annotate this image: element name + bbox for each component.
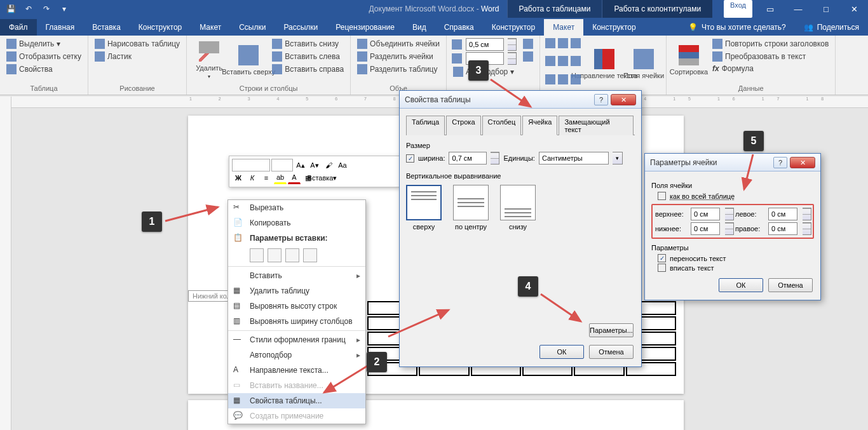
align-mr-icon[interactable]: [571, 56, 581, 66]
select-button[interactable]: Выделить ▾: [5, 38, 83, 50]
align-icon[interactable]: ≡: [260, 171, 273, 184]
grow-font-icon[interactable]: A▴: [294, 159, 307, 171]
tab-file[interactable]: Файл: [0, 19, 37, 36]
tab-review[interactable]: Рецензирование: [327, 19, 403, 36]
cancel-button[interactable]: Отмена: [768, 278, 813, 292]
dialog-titlebar[interactable]: Параметры ячейки ? ✕: [645, 154, 820, 171]
save-icon[interactable]: 💾: [5, 3, 17, 15]
tab-references[interactable]: Ссылки: [230, 19, 275, 36]
delete-button[interactable]: Удалить▾: [192, 38, 226, 83]
ctx-copy[interactable]: 📄Копировать: [228, 215, 365, 231]
vertical-ruler[interactable]: [0, 97, 11, 430]
dlg-tab-column[interactable]: Столбец: [482, 116, 522, 135]
spinner[interactable]: [725, 222, 734, 235]
convert-text-button[interactable]: Преобразовать в текст: [711, 51, 830, 62]
bottom-margin-input[interactable]: 0 см: [691, 222, 720, 235]
align-bl-icon[interactable]: [545, 74, 555, 84]
tab-insert[interactable]: Вставка: [83, 19, 130, 36]
align-tr-icon[interactable]: [571, 38, 581, 48]
paste-keep-formatting[interactable]: [250, 248, 264, 262]
font-size-combo[interactable]: [271, 159, 293, 171]
width-checkbox[interactable]: [406, 154, 414, 163]
help-button[interactable]: ?: [594, 94, 608, 105]
shrink-font-icon[interactable]: A▾: [308, 159, 321, 171]
tell-me-search[interactable]: 💡Что вы хотите сделать?: [679, 19, 795, 36]
dlg-tab-table[interactable]: Таблица: [406, 116, 445, 135]
share-button[interactable]: 👥Поделиться: [795, 19, 868, 36]
fit-text-checkbox[interactable]: [658, 264, 666, 272]
sort-button[interactable]: Сортировка: [672, 38, 706, 83]
login-button[interactable]: Вход: [724, 0, 752, 18]
close-icon[interactable]: ✕: [840, 0, 868, 18]
insert-menu[interactable]: Вставка ▾: [316, 171, 329, 184]
distribute-cols-button[interactable]: [522, 51, 534, 62]
redo-icon[interactable]: ↷: [41, 3, 52, 15]
tab-help[interactable]: Справка: [435, 19, 483, 36]
draw-table-button[interactable]: Нарисовать таблицу: [93, 38, 181, 50]
tab-mailings[interactable]: Рассылки: [275, 19, 327, 36]
properties-button[interactable]: Свойства: [5, 64, 83, 75]
split-cells-button[interactable]: Разделить ячейки: [356, 51, 441, 62]
text-direction-button[interactable]: Направление текста: [587, 38, 621, 91]
ctx-delete-table[interactable]: ▦Удалить таблицу: [228, 283, 365, 299]
valign-top[interactable]: сверху: [406, 185, 442, 231]
tab-header-design[interactable]: Конструктор: [583, 19, 644, 36]
right-margin-input[interactable]: 0 см: [768, 222, 797, 235]
paste-picture[interactable]: [285, 248, 299, 262]
eraser-button[interactable]: Ластик: [93, 51, 181, 62]
valign-center[interactable]: по центру: [453, 185, 489, 231]
align-tc-icon[interactable]: [558, 38, 568, 48]
insert-below-button[interactable]: Вставить снизу: [271, 38, 345, 50]
repeat-header-button[interactable]: Повторить строки заголовков: [711, 38, 830, 50]
cell-margins-button[interactable]: Поля ячейки: [627, 38, 661, 91]
spinner[interactable]: [803, 222, 811, 235]
italic-icon[interactable]: К: [246, 171, 259, 184]
tab-table-design[interactable]: Конструктор: [483, 19, 544, 36]
align-ml-icon[interactable]: [545, 56, 555, 66]
dlg-tab-cell[interactable]: Ячейка: [522, 116, 557, 135]
font-family-combo[interactable]: [232, 159, 270, 171]
format-painter-icon[interactable]: 🖌: [322, 159, 335, 171]
tab-table-layout[interactable]: Макет: [544, 19, 583, 36]
styles-icon[interactable]: Aa: [336, 159, 349, 171]
dropdown-icon[interactable]: ▾: [613, 152, 623, 165]
font-color-icon[interactable]: A: [288, 171, 301, 184]
dlg-tab-alt-text[interactable]: Замещающий текст: [559, 116, 634, 135]
tab-home[interactable]: Главная: [37, 19, 84, 36]
top-margin-input[interactable]: 0 см: [691, 208, 720, 220]
paste-text-only[interactable]: [303, 248, 317, 262]
insert-left-button[interactable]: Вставить слева: [271, 51, 345, 62]
ctx-cut[interactable]: ✂Вырезать: [228, 200, 365, 215]
undo-icon[interactable]: ↶: [23, 3, 34, 15]
paste-merge[interactable]: [268, 248, 281, 262]
options-button[interactable]: Параметры...: [589, 323, 634, 337]
ctx-text-direction[interactable]: AНаправление текста...: [228, 363, 365, 378]
insert-right-button[interactable]: Вставить справа: [271, 64, 345, 75]
spinner[interactable]: [803, 208, 811, 220]
distribute-rows-button[interactable]: [522, 38, 534, 50]
dialog-titlebar[interactable]: Свойства таблицы ? ✕: [400, 91, 641, 109]
tab-view[interactable]: Вид: [403, 19, 435, 36]
formula-button[interactable]: fx Формула: [711, 64, 830, 74]
minimize-icon[interactable]: —: [784, 0, 812, 18]
align-mc-icon[interactable]: [558, 56, 568, 66]
height-spinner[interactable]: [508, 38, 517, 51]
ctx-autofit[interactable]: Автоподбор▸: [228, 347, 365, 363]
ctx-border-styles[interactable]: ―Стили оформления границ▸: [228, 332, 365, 347]
left-margin-input[interactable]: 0 см: [768, 208, 797, 220]
split-table-button[interactable]: Разделить таблицу: [356, 64, 441, 75]
align-bc-icon[interactable]: [558, 74, 568, 84]
ctx-distribute-rows[interactable]: ▤Выровнять высоту строк: [228, 299, 365, 314]
highlight-icon[interactable]: ab: [274, 171, 287, 184]
ok-button[interactable]: ОК: [539, 345, 584, 359]
bold-icon[interactable]: Ж: [232, 171, 245, 184]
align-tl-icon[interactable]: [545, 38, 555, 48]
cancel-button[interactable]: Отмена: [589, 345, 634, 359]
view-gridlines-button[interactable]: Отобразить сетку: [5, 51, 83, 62]
tab-layout[interactable]: Макет: [191, 19, 230, 36]
wrap-text-checkbox[interactable]: [658, 254, 666, 262]
dlg-tab-row[interactable]: Строка: [446, 116, 480, 135]
units-combo[interactable]: Сантиметры: [539, 152, 609, 165]
ctx-distribute-cols[interactable]: ▥Выровнять ширину столбцов: [228, 314, 365, 329]
width-spinner[interactable]: [508, 52, 517, 65]
